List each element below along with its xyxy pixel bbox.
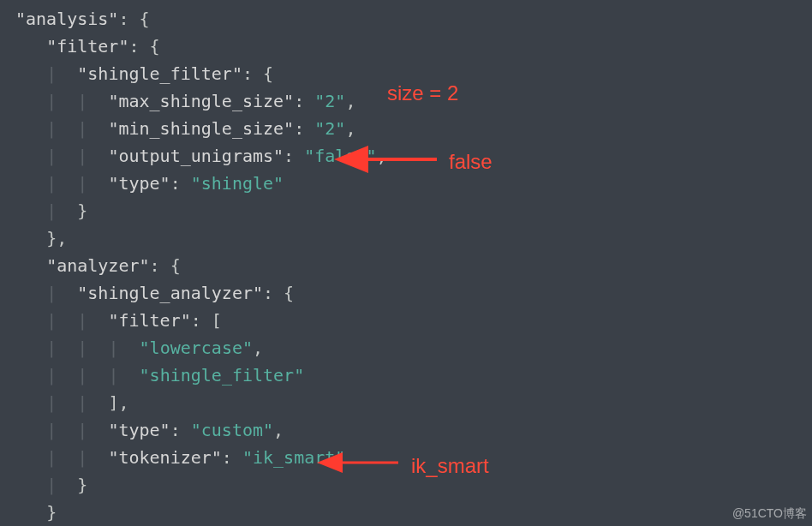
annotation-ik-smart: ik_smart xyxy=(411,450,489,482)
code-line: | | "min_shingle_size": "2", xyxy=(15,115,812,142)
code-line: "analyzer": { xyxy=(15,252,812,279)
code-line: } xyxy=(15,499,812,526)
code-line: | | | "shingle_filter" xyxy=(15,362,812,389)
code-line: | | | "lowercase", xyxy=(15,334,812,362)
code-line: | | ], xyxy=(15,389,812,416)
code-line: }, xyxy=(15,224,812,252)
code-line: | | "output_unigrams": "false", xyxy=(15,142,812,170)
code-line: "analysis": { xyxy=(15,5,812,33)
code-line: | "shingle_analyzer": { xyxy=(15,279,812,307)
annotation-false: false xyxy=(449,146,493,178)
code-line: | | "type": "custom", xyxy=(15,416,812,444)
code-line: | } xyxy=(15,197,812,224)
code-line: "filter": { xyxy=(15,33,812,60)
annotation-size: size = 2 xyxy=(387,77,458,110)
watermark: @51CTO博客 xyxy=(732,504,807,523)
code-line: | | "type": "shingle" xyxy=(15,170,812,197)
code-line: | | "filter": [ xyxy=(15,307,812,334)
